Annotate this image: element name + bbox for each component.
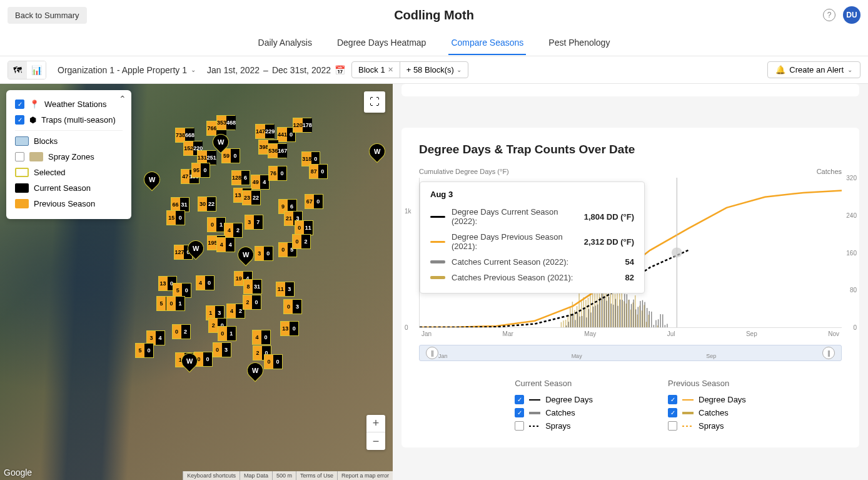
svg-rect-45 [575, 320, 575, 327]
checkbox[interactable]: ✓ [668, 395, 677, 404]
checkbox-weather[interactable]: ✓ [15, 100, 24, 109]
legend-row-selected: Selected [15, 165, 123, 180]
brush-handle-right[interactable]: ‖ [822, 347, 835, 359]
trap-marker[interactable]: 02 [292, 234, 311, 249]
trap-marker[interactable]: 40 [252, 330, 271, 345]
zoom-control: + − [366, 415, 385, 450]
zoom-out-button[interactable]: − [366, 432, 385, 450]
legend-row-blocks[interactable]: Blocks [15, 133, 123, 149]
map-view-button[interactable]: 🗺 [8, 61, 27, 79]
trap-marker[interactable]: 01 [207, 217, 226, 232]
trap-marker[interactable]: 950 [191, 163, 210, 178]
trap-marker[interactable]: 147229 [255, 124, 274, 139]
org-select[interactable]: Organization 1 - Apple Property 1 ⌄ [53, 63, 201, 78]
chart-area[interactable]: 0 1k 0 80 160 240 320 Aug 3 [419, 178, 842, 328]
zoom-in-button[interactable]: + [366, 415, 385, 432]
avatar[interactable]: DU [843, 6, 860, 24]
trap-prev-value: 87 [310, 165, 318, 178]
weather-station-pin[interactable]: W [144, 171, 160, 191]
trap-marker[interactable]: 494 [251, 175, 270, 190]
trap-marker[interactable]: 150 [166, 210, 185, 225]
trap-marker[interactable]: 03 [283, 299, 302, 314]
legend-collapse-button[interactable]: ⌃ [119, 94, 126, 104]
trap-marker[interactable]: 02 [172, 324, 191, 339]
trap-marker[interactable]: 353468 [216, 115, 235, 130]
brush-control[interactable]: ‖ ‖ Jan May Sep [419, 345, 842, 361]
trap-marker[interactable]: 536167 [268, 143, 286, 158]
trap-marker[interactable]: 670 [305, 194, 323, 209]
more-blocks-chip[interactable]: + 58 Block(s) ⌄ [400, 62, 468, 78]
trap-marker[interactable]: 50 [135, 343, 154, 358]
create-alert-button[interactable]: 🔔 Create an Alert ⌄ [767, 61, 860, 78]
trap-marker[interactable]: 01 [166, 296, 185, 311]
map-footer-shortcuts[interactable]: Keyboard shortcuts [183, 471, 240, 480]
weather-station-pin[interactable]: W [188, 240, 204, 260]
svg-rect-76 [644, 302, 645, 327]
block-chips: Block 1 ✕ + 58 Block(s) ⌄ [351, 61, 468, 78]
legend-row-weather[interactable]: ✓ 📍 Weather Stations [15, 96, 123, 112]
tab-degree-days-heatmap[interactable]: Degree Days Heatmap [335, 31, 428, 55]
legend-item-catches-current[interactable]: ✓ Catches [515, 406, 593, 419]
map-footer-report[interactable]: Report a map error [337, 471, 393, 480]
trap-marker[interactable]: 03 [213, 342, 231, 357]
trap-marker[interactable]: 37 [245, 215, 263, 230]
tab-daily-analysis[interactable]: Daily Analysis [256, 31, 315, 55]
brush-handle-left[interactable]: ‖ [426, 347, 438, 359]
weather-station-pin[interactable]: W [369, 143, 385, 163]
back-button[interactable]: Back to Summary [8, 7, 87, 24]
checkbox-spray[interactable] [15, 152, 24, 161]
legend-item-sprays-previous[interactable]: Sprays [668, 419, 746, 432]
help-icon[interactable]: ? [823, 9, 835, 21]
weather-station-pin[interactable]: W [238, 247, 254, 267]
chart-legend: Current Season ✓ Degree Days ✓ Catches [419, 379, 842, 432]
weather-station-pin[interactable]: W [213, 134, 229, 154]
fullscreen-button[interactable]: ⛶ [364, 91, 385, 113]
checkbox[interactable] [668, 421, 677, 431]
trap-marker[interactable]: 00 [264, 354, 283, 369]
trap-marker[interactable]: 120178 [293, 118, 311, 133]
trap-prev-value: 0 [265, 355, 273, 369]
legend-row-spray[interactable]: Spray Zones [15, 149, 123, 165]
trap-marker[interactable]: 130 [280, 321, 299, 336]
trap-marker[interactable]: 011 [295, 220, 313, 235]
weather-station-pin[interactable]: W [247, 362, 263, 382]
checkbox[interactable]: ✓ [515, 408, 524, 417]
legend-item-dd-previous[interactable]: ✓ Degree Days [668, 393, 746, 406]
trap-marker[interactable]: 01 [218, 326, 236, 341]
close-icon[interactable]: ✕ [388, 66, 393, 74]
legend-row-traps[interactable]: ✓ ⬢ Traps (multi-season) [15, 112, 123, 128]
chart-view-button[interactable]: 📊 [27, 61, 46, 79]
y-tick-right: 80 [850, 287, 857, 294]
date-range-picker[interactable]: Jan 1st, 2022 – Dec 31st, 2022 📅 [207, 65, 345, 75]
trap-marker[interactable]: 831 [243, 279, 262, 294]
trap-marker[interactable]: 1286 [231, 170, 250, 185]
trap-marker[interactable]: 760 [268, 166, 287, 181]
checkbox[interactable]: ✓ [515, 395, 524, 404]
trap-marker[interactable]: 42 [224, 223, 243, 238]
checkbox[interactable] [515, 421, 524, 431]
weather-station-pin[interactable]: W [181, 353, 198, 373]
block-chip[interactable]: Block 1 ✕ [352, 62, 400, 78]
trap-marker[interactable]: 870 [309, 164, 328, 179]
map-panel[interactable]: ⌃ ✓ 📍 Weather Stations ✓ ⬢ Traps (multi-… [0, 84, 393, 480]
map-footer-mapdata[interactable]: Map Data [240, 471, 272, 480]
legend-item-sprays-current[interactable]: Sprays [515, 419, 593, 432]
tab-compare-seasons[interactable]: Compare Seasons [448, 31, 526, 55]
legend-item-catches-previous[interactable]: ✓ Catches [668, 406, 746, 419]
trap-marker[interactable]: 113 [276, 282, 295, 297]
trap-marker[interactable]: 20 [243, 295, 261, 310]
tab-pest-phenology[interactable]: Pest Phenology [546, 31, 612, 55]
map-footer-terms[interactable]: Terms of Use [296, 471, 337, 480]
line-swatch [682, 399, 694, 401]
legend-item-dd-current[interactable]: ✓ Degree Days [515, 393, 593, 406]
trap-marker[interactable]: 3022 [198, 197, 216, 212]
trap-prev-value: 441 [278, 128, 287, 141]
checkbox[interactable]: ✓ [668, 408, 677, 417]
svg-rect-61 [611, 304, 612, 327]
trap-marker[interactable]: 44 [216, 237, 235, 252]
trap-marker[interactable]: 2322 [242, 190, 261, 205]
checkbox-traps[interactable]: ✓ [15, 115, 24, 125]
trap-marker[interactable]: 40 [196, 275, 214, 290]
trap-marker[interactable]: 30 [255, 246, 273, 261]
trap-curr-value: 0 [290, 322, 298, 335]
